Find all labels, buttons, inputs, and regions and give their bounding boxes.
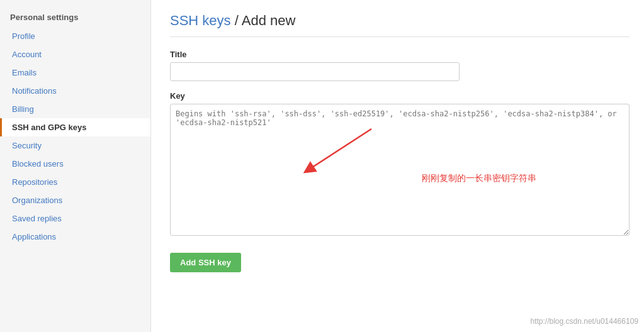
key-textarea[interactable]: [170, 104, 630, 236]
sidebar-item-security[interactable]: Security: [0, 136, 150, 155]
sidebar-item-applications[interactable]: Applications: [0, 228, 150, 246]
sidebar-item-emails[interactable]: Emails: [0, 64, 150, 82]
page-title-rest: / Add new: [231, 13, 296, 28]
title-field-group: Title: [170, 50, 630, 81]
add-ssh-key-button[interactable]: Add SSH key: [170, 253, 241, 272]
sidebar-item-ssh-gpg-keys[interactable]: SSH and GPG keys: [0, 118, 150, 136]
sidebar-item-repositories[interactable]: Repositories: [0, 173, 150, 191]
sidebar-item-account[interactable]: Account: [0, 45, 150, 64]
key-field-group: Key 刚刚复制的一长串密钥字符串: [170, 91, 630, 238]
sidebar-item-saved-replies[interactable]: Saved replies: [0, 209, 150, 228]
sidebar-item-organizations[interactable]: Organizations: [0, 191, 150, 209]
sidebar-item-billing[interactable]: Billing: [0, 100, 150, 118]
sidebar-item-notifications[interactable]: Notifications: [0, 82, 150, 100]
main-content: SSH keys / Add new Title Key 刚刚复制的一长串密钥字…: [151, 0, 644, 332]
footer-url: http://blog.csdn.net/u014466109: [531, 317, 638, 326]
sidebar-heading: Personal settings: [0, 6, 150, 27]
sidebar: Personal settings ProfileAccountEmailsNo…: [0, 0, 151, 332]
sidebar-item-profile[interactable]: Profile: [0, 27, 150, 45]
page-header: SSH keys / Add new: [170, 13, 630, 37]
page-title: SSH keys / Add new: [170, 13, 630, 29]
title-label: Title: [170, 50, 630, 59]
key-area-wrapper: 刚刚复制的一长串密钥字符串: [170, 104, 630, 238]
sidebar-item-blocked-users[interactable]: Blocked users: [0, 155, 150, 173]
key-label: Key: [170, 91, 630, 101]
title-input[interactable]: [170, 62, 460, 81]
page-title-link[interactable]: SSH keys: [170, 13, 231, 28]
